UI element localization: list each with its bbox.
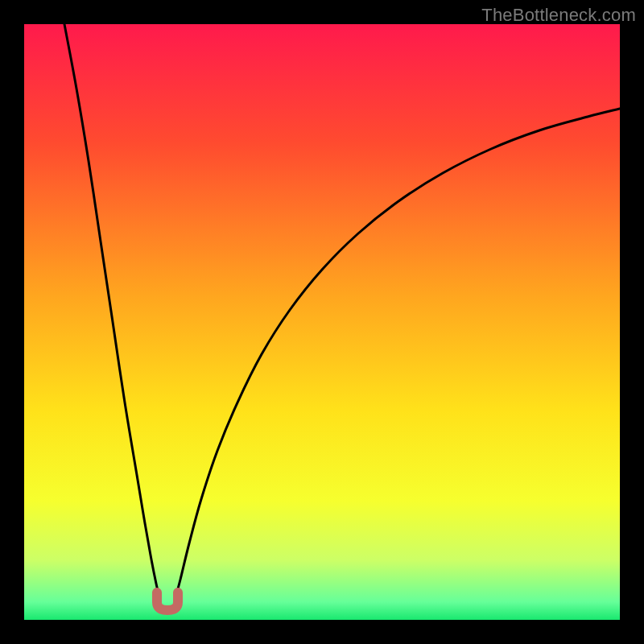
watermark-text: TheBottleneck.com (481, 5, 636, 26)
bottleneck-chart (24, 24, 620, 620)
chart-frame (24, 24, 620, 620)
